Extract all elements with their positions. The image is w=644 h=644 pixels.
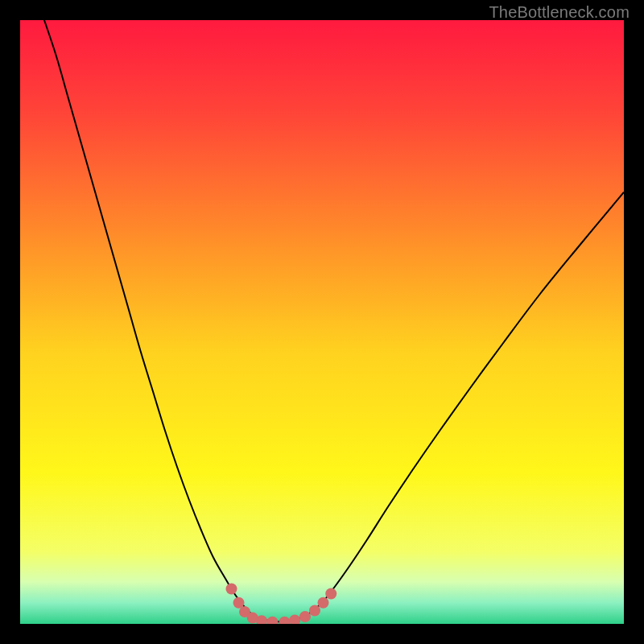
chart-plot (20, 20, 624, 624)
marker-dot (325, 588, 336, 600)
marker-dot (318, 597, 329, 609)
marker-dot (226, 584, 237, 595)
chart-frame: TheBottleneck.com (0, 0, 644, 644)
marker-dot (309, 605, 320, 617)
marker-dot (299, 611, 311, 622)
watermark-text: TheBottleneck.com (489, 3, 630, 22)
chart-background (20, 20, 624, 624)
